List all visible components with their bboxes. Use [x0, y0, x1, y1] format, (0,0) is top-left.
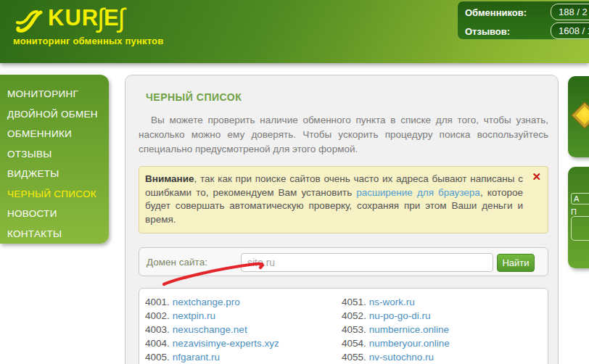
list-item-number: 4003.: [145, 324, 170, 335]
list-item: 4052.nu-po-go-di.ru: [342, 309, 450, 323]
blacklist-column-left: 4001.nextchange.pro 4002.nextpin.ru 4003…: [145, 295, 279, 364]
main-panel: ЧЕРНЫЙ СПИСОК Вы можете проверить наличи…: [125, 75, 559, 364]
list-item: 4055.nv-sutochno.ru: [342, 350, 450, 364]
list-item: 4001.nextchange.pro: [145, 295, 279, 309]
intro-text: Вы можете проверить наличие обменного пу…: [139, 113, 548, 157]
sidebar-item-widgets[interactable]: ВИДЖЕТЫ: [7, 164, 109, 184]
sidebar-item-exchangers[interactable]: ОБМЕННИКИ: [7, 124, 109, 144]
page-title: ЧЕРНЫЙ СПИСОК: [146, 91, 547, 103]
sidebar-nav: МОНИТОРИНГ ДВОЙНОЙ ОБМЕН ОБМЕННИКИ ОТЗЫВ…: [0, 75, 109, 244]
sidebar-item-monitoring[interactable]: МОНИТОРИНГ: [7, 84, 109, 104]
brand-tagline: мониторинг обменных пунктов: [13, 36, 163, 46]
sidebar-item-double-exchange[interactable]: ДВОЙНОЙ ОБМЕН: [7, 104, 109, 125]
close-icon[interactable]: ✕: [532, 171, 541, 182]
blacklist-box: 4001.nextchange.pro 4002.nextpin.ru 4003…: [139, 288, 548, 364]
site-header: KUR∫E∫ мониторинг обменных пунктов Обмен…: [0, 0, 589, 63]
list-item-domain-link[interactable]: nu-po-go-di.ru: [369, 310, 431, 321]
blacklist-column-right: 4051.ns-work.ru 4052.nu-po-go-di.ru 4053…: [342, 295, 450, 364]
list-item-domain-link[interactable]: numberyour.online: [369, 338, 450, 349]
diamond-badge-icon: [572, 103, 589, 128]
warning-box: Внимание, так как при поиске сайтов очен…: [139, 166, 548, 233]
list-item-domain-link[interactable]: nv-sutochno.ru: [369, 352, 434, 363]
list-item-number: 4004.: [145, 338, 170, 349]
list-item-number: 4053.: [342, 324, 366, 335]
search-button[interactable]: Найти: [497, 254, 535, 272]
list-item-number: 4052.: [342, 310, 366, 321]
page: KUR∫E∫ мониторинг обменных пунктов Обмен…: [0, 0, 589, 364]
list-item-domain-link[interactable]: nfgarant.ru: [173, 352, 220, 363]
list-item: 4003.nexuschange.net: [145, 323, 279, 336]
logo-swoosh-icon: [16, 9, 45, 33]
right-login-panel: А П: [568, 167, 589, 268]
sidebar-item-blacklist[interactable]: ЧЕРНЫЙ СПИСОК: [7, 184, 109, 204]
list-item-number: 4054.: [342, 338, 366, 349]
list-item-domain-link[interactable]: nezavisimye-experts.xyz: [173, 338, 279, 349]
sidebar-item-news[interactable]: НОВОСТИ: [7, 204, 109, 224]
sidebar-item-contacts[interactable]: КОНТАКТЫ: [7, 224, 109, 244]
right-banner-panel[interactable]: [568, 76, 589, 157]
list-item: 4051.ns-work.ru: [342, 295, 450, 309]
stats-exchangers-label: Обменников:: [465, 7, 527, 18]
password-label: П: [571, 207, 577, 216]
list-item: 4054.numberyour.online: [342, 336, 450, 350]
domain-search-form: Домен сайта: Найти: [139, 247, 548, 276]
warning-bold-word: Внимание: [145, 173, 194, 184]
domain-search-input[interactable]: [241, 253, 493, 272]
stats-reviews-label: Отзывов:: [465, 26, 510, 37]
list-item-domain-link[interactable]: ns-work.ru: [369, 297, 415, 307]
list-item-number: 4005.: [145, 352, 170, 363]
list-item: 4002.nextpin.ru: [145, 309, 279, 323]
list-item-number: 4051.: [342, 297, 366, 307]
stats-exchangers-value: 188 / 2: [551, 4, 589, 20]
login-small-button[interactable]: А: [571, 193, 589, 204]
browser-extension-link[interactable]: расширение для браузера: [356, 187, 480, 198]
list-item-number: 4055.: [342, 352, 366, 363]
list-item-domain-link[interactable]: nexuschange.net: [173, 324, 247, 335]
list-item: 4004.nezavisimye-experts.xyz: [145, 336, 279, 350]
sidebar-item-reviews[interactable]: ОТЗЫВЫ: [7, 144, 109, 165]
stats-reviews-value: 1608 / 1: [551, 22, 589, 39]
list-item: 4053.numbernice.online: [342, 323, 450, 336]
domain-label: Домен сайта:: [147, 257, 207, 268]
list-item-number: 4001.: [145, 297, 170, 307]
list-item: 4005.nfgarant.ru: [145, 350, 279, 364]
list-item-domain-link[interactable]: nextpin.ru: [173, 310, 215, 321]
login-input-box[interactable]: [571, 216, 589, 241]
list-item-domain-link[interactable]: numbernice.online: [369, 324, 449, 335]
list-item-number: 4002.: [145, 310, 170, 321]
site-logo[interactable]: KUR∫E∫ мониторинг обменных пунктов: [13, 4, 163, 46]
brand-wordmark: KUR∫E∫: [48, 4, 125, 30]
list-item-domain-link[interactable]: nextchange.pro: [173, 297, 240, 307]
stats-box: Обменников: 188 / 2 Отзывов: 1608 / 1: [457, 1, 589, 40]
